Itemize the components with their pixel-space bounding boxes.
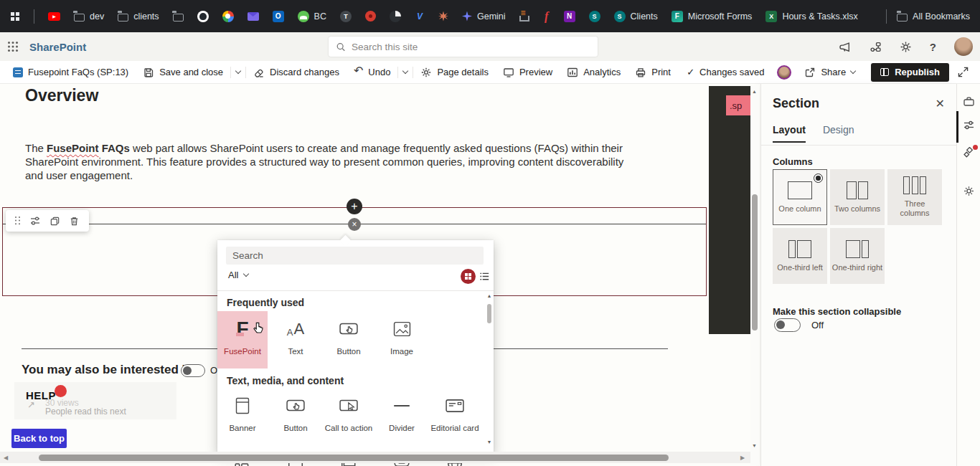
bookmark-folder-clients[interactable]: clients	[118, 11, 159, 22]
onenote-icon	[564, 11, 575, 22]
tab-layout[interactable]: Layout	[773, 124, 806, 143]
scrollbar-thumb[interactable]	[752, 194, 758, 331]
megaphone-icon[interactable]	[839, 41, 852, 53]
bookmark-claude[interactable]	[438, 11, 448, 22]
gear-icon[interactable]	[900, 41, 912, 53]
back-to-top-button[interactable]: Back to top	[11, 429, 67, 448]
bookmark-dark[interactable]	[390, 11, 401, 22]
bookmark-sp-clients[interactable]: Clients	[614, 11, 658, 22]
bookmark-youtube[interactable]	[48, 12, 60, 21]
bookmark-github[interactable]	[197, 11, 209, 22]
picker-filter-dropdown[interactable]: All	[228, 270, 248, 280]
republish-button[interactable]: Republish	[871, 63, 949, 82]
automation-icon[interactable]	[870, 41, 882, 53]
collapse-icon[interactable]	[958, 67, 969, 77]
properties-icon[interactable]	[963, 119, 975, 131]
waffle-icon[interactable]	[7, 41, 19, 52]
bookmark-sharepoint[interactable]	[589, 11, 600, 22]
bookmark-folder-dev[interactable]: dev	[74, 11, 104, 22]
scrollbar-thumb[interactable]	[487, 304, 491, 323]
vertical-scrollbar[interactable]: ▲ ▼	[750, 85, 759, 465]
sharepoint-icon	[614, 11, 626, 22]
bookmark-folder[interactable]	[173, 11, 184, 22]
page-details-button[interactable]: Page details	[413, 61, 496, 84]
scroll-down-icon[interactable]: ▼	[752, 443, 757, 448]
bookmark-basecamp[interactable]: BC	[298, 11, 326, 22]
scroll-right-icon[interactable]: ▶	[740, 455, 745, 461]
column-option-three[interactable]: Three columns	[887, 169, 942, 225]
print-button[interactable]: Print	[628, 61, 678, 84]
horizontal-scrollbar[interactable]: ◀ ▶	[0, 452, 750, 463]
help-icon[interactable]: ?	[930, 41, 936, 53]
bookmark-google[interactable]	[222, 11, 234, 22]
bookmark-gemini[interactable]: Gemini	[462, 11, 506, 22]
bookmark-red[interactable]	[365, 11, 376, 22]
add-webpart-button[interactable]: +	[347, 199, 362, 214]
bookmark-outlook[interactable]	[273, 11, 284, 22]
scroll-left-icon[interactable]: ◀	[4, 455, 8, 461]
avatar[interactable]	[954, 37, 973, 56]
scroll-up-icon[interactable]: ▲	[487, 293, 492, 298]
scroll-down-icon[interactable]: ▼	[487, 439, 492, 444]
webpart-tile-cta[interactable]: Call to action	[324, 388, 374, 445]
call-to-action-webpart-icon	[339, 397, 358, 414]
collapsible-toggle[interactable]	[774, 318, 801, 332]
search-input[interactable]	[352, 42, 590, 52]
share-button[interactable]: Share	[797, 61, 862, 84]
bookmark-t[interactable]	[340, 11, 352, 22]
edit-properties-icon[interactable]	[29, 215, 41, 227]
close-toolbox-button[interactable]: ×	[348, 218, 361, 231]
tab-design[interactable]: Design	[823, 124, 854, 143]
site-search-box[interactable]	[329, 37, 598, 57]
list-view-button[interactable]	[479, 271, 490, 282]
app-name[interactable]: SharePoint	[29, 41, 86, 53]
picker-section-title: Text, media, and content	[227, 375, 344, 386]
column-layout-options: One column Two columns Three columns One…	[773, 169, 942, 284]
apps-grid-icon[interactable]	[10, 11, 20, 22]
webpart-tile-image[interactable]: Image	[377, 311, 427, 368]
undo-split-chevron[interactable]	[398, 61, 413, 84]
preview-button[interactable]: Preview	[496, 61, 560, 84]
delete-icon[interactable]	[69, 216, 80, 227]
scrollbar-thumb[interactable]	[39, 455, 669, 461]
grid-view-button[interactable]	[461, 269, 476, 284]
interested-toggle[interactable]	[181, 364, 205, 377]
analytics-button[interactable]: Analytics	[560, 61, 628, 84]
undo-button[interactable]: ↶Undo	[347, 61, 397, 84]
picker-search-input[interactable]	[232, 250, 477, 261]
close-icon: ×	[352, 219, 357, 229]
bookmark-stackoverflow[interactable]	[519, 11, 529, 22]
discard-changes-button[interactable]: Discard changes	[246, 61, 347, 84]
picker-scrollbar[interactable]: ▲ ▼	[486, 293, 493, 452]
drag-handle-icon[interactable]	[15, 217, 21, 225]
column-option-two[interactable]: Two columns	[830, 169, 885, 225]
workbench-icon[interactable]	[963, 185, 975, 197]
duplicate-icon[interactable]	[50, 216, 60, 227]
webpart-tile-banner[interactable]: Banner	[217, 388, 268, 445]
webpart-tile-divider[interactable]: Divider	[377, 388, 427, 445]
column-option-third-right[interactable]: One-third right	[830, 228, 885, 284]
bookmark-forms[interactable]: Microsoft Forms	[672, 11, 753, 22]
webpart-tile-button[interactable]: Button	[324, 311, 374, 368]
webpart-tile-button2[interactable]: Button	[270, 388, 321, 445]
save-and-close-button[interactable]: Save and close	[136, 61, 230, 84]
save-split-chevron[interactable]	[231, 61, 245, 84]
design-ideas-icon[interactable]	[963, 147, 975, 159]
bookmark-excel[interactable]: Hours & Tasks.xlsx	[765, 11, 857, 22]
bookmark-mail[interactable]	[248, 12, 259, 21]
bookmark-f[interactable]	[543, 10, 550, 23]
claude-icon	[438, 11, 448, 22]
all-bookmarks-button[interactable]: All Bookmarks	[897, 11, 970, 22]
webpart-tile-text[interactable]: AA Text	[270, 311, 321, 368]
scroll-up-icon[interactable]: ▲	[752, 89, 757, 94]
editor-avatar[interactable]	[777, 65, 791, 80]
column-option-third-left[interactable]: One-third left	[773, 228, 827, 284]
toolbox-icon[interactable]	[963, 95, 975, 108]
webpart-tile-editorial-card[interactable]: Editorial card	[430, 388, 480, 445]
bookmark-onenote[interactable]	[564, 11, 575, 22]
column-option-one[interactable]: One column	[773, 169, 827, 225]
webpart-tile-fusepoint[interactable]: F FusePoint	[217, 311, 268, 368]
close-panel-button[interactable]: ✕	[936, 97, 945, 110]
bookmark-blue[interactable]	[415, 11, 425, 22]
picker-search-box[interactable]	[226, 247, 484, 265]
